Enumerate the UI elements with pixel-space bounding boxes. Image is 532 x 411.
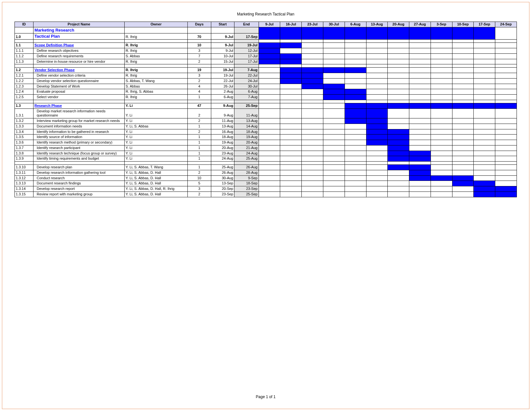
gantt-cell (409, 129, 431, 135)
header-start: Start (211, 22, 234, 27)
gantt-cell (409, 68, 431, 73)
table-row: 1.3.14Develop research reportY. Li, S. A… (15, 186, 517, 192)
task-id: 1.3.8 (15, 151, 33, 156)
task-name: Develop Statement of Work (33, 84, 125, 89)
gantt-cell (474, 103, 495, 108)
document-title: Marketing Research Tactical Plan (14, 12, 517, 16)
gantt-cell (452, 78, 474, 84)
table-row: 1.2Vendor Selection PhaseR. Ihrig1919-Ju… (15, 68, 517, 73)
task-owner: R. Ihrig (125, 68, 188, 73)
header-days: Days (188, 22, 211, 27)
gantt-cell (474, 170, 495, 175)
gantt-cell (495, 129, 517, 135)
task-id: 1.3.1 (15, 108, 33, 118)
task-owner: S. Abbas (125, 53, 188, 59)
gantt-cell (431, 129, 452, 135)
task-days: 19 (188, 68, 211, 73)
gantt-cell (495, 156, 517, 162)
gantt-cell (366, 175, 388, 181)
task-name: Interview marketing group for market res… (33, 118, 125, 124)
gantt-cell (474, 186, 495, 192)
header-date: 27-Aug (409, 22, 431, 27)
gantt-cell (474, 89, 495, 95)
gantt-cell (452, 191, 474, 197)
gantt-cell (366, 73, 388, 79)
header-date: 23-Jul (302, 22, 323, 27)
gantt-cell (259, 181, 280, 186)
gantt-cell (388, 135, 409, 140)
gantt-cell (280, 108, 302, 118)
gantt-cell (431, 175, 452, 181)
task-id: 1.3.15 (15, 191, 33, 197)
gantt-cell (345, 124, 366, 129)
gantt-cell (474, 181, 495, 186)
gantt-cell (388, 145, 409, 151)
task-id: 1.2.5 (15, 95, 33, 100)
gantt-cell (280, 129, 302, 135)
task-name: Identify timing requirements and budget (33, 156, 125, 162)
gantt-cell (409, 181, 431, 186)
task-owner: Y. Li, S. Abbas, D. Hall (125, 191, 188, 197)
gantt-cell (431, 145, 452, 151)
gantt-cell (323, 156, 345, 162)
gantt-cell (280, 118, 302, 124)
task-id: 1.2 (15, 68, 33, 73)
gantt-cell (280, 95, 302, 100)
gantt-cell (302, 170, 323, 175)
gantt-cell (495, 73, 517, 79)
task-days: 4 (188, 89, 211, 95)
gantt-cell (280, 73, 302, 79)
task-owner: R. Ihrig (125, 43, 188, 48)
table-row: 1.3.6Identify research method (primary o… (15, 140, 517, 145)
gantt-cell (323, 103, 345, 108)
gantt-cell (323, 135, 345, 140)
gantt-cell (388, 170, 409, 175)
header-date: 30-Jul (323, 22, 345, 27)
task-name: Determine in-house resource or hire vend… (33, 59, 125, 64)
task-start: 9-Jul (211, 48, 234, 54)
gantt-cell (474, 68, 495, 73)
task-start: 30-Aug (211, 175, 234, 181)
task-end: 24-Jul (234, 78, 259, 84)
gantt-cell (302, 191, 323, 197)
gantt-cell (280, 140, 302, 145)
task-id: 1.3.13 (15, 181, 33, 186)
gantt-cell (388, 103, 409, 108)
task-name: Develop vendor selection questionnaire (33, 78, 125, 84)
gantt-cell (474, 53, 495, 59)
table-row: 1.3.8Identify research technique (focus … (15, 151, 517, 156)
gantt-cell (431, 73, 452, 79)
gantt-cell (366, 43, 388, 48)
task-start: 19-Jul (211, 73, 234, 79)
gantt-cell (452, 140, 474, 145)
task-owner: S. Abbas, T. Wang (125, 78, 188, 84)
gantt-cell (388, 59, 409, 64)
gantt-cell (366, 108, 388, 118)
gantt-cell (366, 95, 388, 100)
task-name: Evaluate proposal (33, 89, 125, 95)
gantt-cell (452, 95, 474, 100)
gantt-cell (495, 59, 517, 64)
gantt-cell (345, 191, 366, 197)
gantt-cell (345, 108, 366, 118)
table-head: IDProject NameOwnerDaysStartEnd9-Jul16-J… (15, 22, 517, 27)
gantt-cell (259, 151, 280, 156)
task-start: 15-Jul (211, 59, 234, 64)
task-name: Scope Definition Phase (33, 43, 125, 48)
task-owner: Y. Li (125, 135, 188, 140)
gantt-cell (388, 181, 409, 186)
project-name: Marketing Research (33, 27, 125, 33)
task-name: Identify information to be gathered in r… (33, 129, 125, 135)
gantt-cell (495, 95, 517, 100)
task-id: 1.3.4 (15, 129, 33, 135)
gantt-cell (323, 124, 345, 129)
gantt-cell (452, 181, 474, 186)
gantt-cell (366, 118, 388, 124)
gantt-cell (495, 170, 517, 175)
gantt-cell (366, 129, 388, 135)
task-days: 1 (188, 156, 211, 162)
task-id: 1.3.7 (15, 145, 33, 151)
task-start: 23-Sep (211, 191, 234, 197)
gantt-cell (345, 103, 366, 108)
gantt-cell (452, 135, 474, 140)
